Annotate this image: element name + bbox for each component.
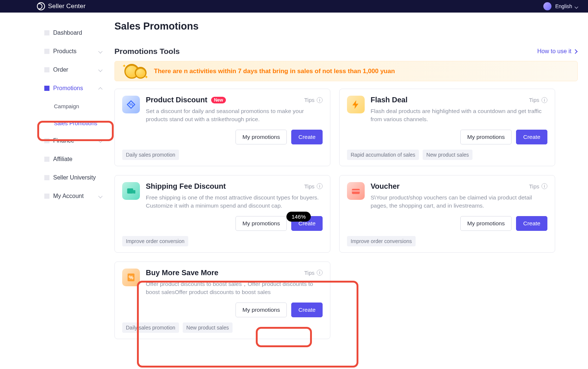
sidebar-label: Order — [53, 66, 68, 73]
tips-label: Tips — [304, 270, 314, 276]
svg-text:%: % — [129, 102, 133, 107]
sidebar-item-promotions[interactable]: Promotions — [0, 79, 114, 98]
promo-banner: ✦ ✦ There are n activities within 7 days… — [114, 61, 578, 81]
chevron-down-icon — [98, 139, 102, 143]
card-title: Product Discount — [146, 96, 207, 104]
section-title: Promotions Tools — [114, 47, 180, 56]
sidebar-item-order[interactable]: Order — [0, 61, 114, 79]
square-icon — [44, 175, 49, 180]
square-icon — [44, 157, 49, 162]
tag-chip: Improve order conversion — [122, 236, 188, 246]
create-button[interactable]: Create — [291, 130, 323, 144]
svg-rect-3 — [352, 189, 360, 194]
sidebar-label: Finance — [53, 137, 74, 144]
sidebar: Dashboard Products Order Promotions Camp… — [0, 13, 114, 354]
card-description: Free shipping is one of the most attract… — [146, 194, 323, 210]
language-label: English — [555, 3, 572, 9]
card-description: Flash deal products are highlighted with… — [371, 107, 547, 124]
how-to-label: How to use it — [537, 48, 571, 55]
square-icon — [44, 194, 49, 199]
tag-chip: New product sales — [423, 150, 472, 160]
info-icon: i — [541, 97, 547, 103]
tips-label: Tips — [529, 97, 539, 103]
tips-link[interactable]: Tips i — [529, 183, 547, 189]
card-title: Buy More Save More — [146, 269, 219, 277]
brand: Seller Center — [37, 2, 86, 10]
user-avatar-icon[interactable] — [543, 2, 551, 10]
chevron-down-icon — [98, 68, 102, 72]
sidebar-label: Dashboard — [53, 30, 82, 36]
brand-logo-icon — [37, 2, 45, 10]
banner-text: There are n activities within 7 days tha… — [154, 68, 395, 75]
topbar-right: English — [543, 2, 578, 10]
my-promotions-button[interactable]: My promotions — [235, 216, 287, 231]
sidebar-item-products[interactable]: Products — [0, 42, 114, 61]
top-bar: Seller Center English — [0, 0, 588, 13]
chevron-up-icon — [98, 87, 102, 91]
svg-rect-2 — [133, 190, 135, 194]
how-to-use-link[interactable]: How to use it — [537, 48, 577, 55]
svg-text:%: % — [129, 274, 134, 280]
card-description: Offer product discounts to boost sales，O… — [146, 280, 323, 297]
sidebar-sub-campaign[interactable]: Campaign — [0, 98, 114, 115]
tips-link[interactable]: Tips i — [304, 270, 323, 276]
sidebar-label: Products — [53, 48, 76, 55]
my-promotions-button[interactable]: My promotions — [235, 130, 287, 144]
tag-chip: Improve order conversions — [347, 236, 416, 246]
square-icon — [44, 86, 49, 91]
tips-link[interactable]: Tips i — [529, 97, 547, 103]
sidebar-label: Promotions — [53, 85, 83, 92]
sidebar-label: Seller University — [53, 174, 96, 181]
my-promotions-button[interactable]: My promotions — [235, 303, 287, 317]
sidebar-item-finance[interactable]: Finance — [0, 131, 114, 150]
tips-link[interactable]: Tips i — [304, 97, 323, 103]
tips-label: Tips — [529, 183, 539, 189]
sidebar-sub-sales-promotions[interactable]: Sales Promotions — [0, 115, 114, 131]
create-button[interactable]: Create — [291, 303, 323, 317]
page-title: Sales Promotions — [114, 21, 578, 32]
chevron-down-icon — [98, 49, 102, 53]
chevron-down-icon — [574, 3, 578, 9]
svg-rect-4 — [352, 191, 360, 191]
sidebar-item-affiliate[interactable]: Affiliate — [0, 150, 114, 168]
shipping-icon — [122, 182, 140, 200]
tips-link[interactable]: Tips i — [304, 183, 323, 189]
sidebar-item-dashboard[interactable]: Dashboard — [0, 24, 114, 42]
percent-tag-icon: % — [122, 269, 140, 286]
card-voucher: Voucher Tips i S\Your product/shop vouch… — [339, 175, 555, 253]
sidebar-item-seller-university[interactable]: Seller University — [0, 168, 114, 187]
card-description: Set a discount for daily and seasonal pr… — [146, 107, 323, 124]
sidebar-label: My Account — [53, 193, 84, 199]
sidebar-label: Affiliate — [53, 156, 72, 163]
info-icon: i — [317, 270, 323, 276]
tag-chip: Daily sales promotion — [122, 322, 179, 333]
new-badge: New — [211, 97, 226, 103]
info-icon: i — [317, 97, 323, 103]
square-icon — [44, 67, 49, 72]
card-product-discount: % Product Discount New Tips i — [114, 89, 330, 166]
chevron-down-icon — [98, 194, 102, 198]
card-flash-deal: Flash Deal Tips i Flash deal products ar… — [339, 89, 555, 166]
card-title: Voucher — [371, 182, 400, 191]
create-button[interactable]: Create — [516, 130, 547, 144]
info-icon: i — [541, 183, 547, 189]
discount-icon: % — [122, 96, 140, 113]
language-selector[interactable]: English — [555, 3, 578, 9]
coins-icon: ✦ ✦ — [122, 63, 148, 79]
voucher-icon — [347, 182, 365, 200]
my-promotions-button[interactable]: My promotions — [460, 216, 512, 231]
tag-chip: Daily sales promotion — [122, 150, 179, 160]
square-icon — [44, 49, 49, 54]
tips-label: Tips — [304, 183, 314, 189]
create-button[interactable]: Create — [516, 216, 547, 231]
tag-chip: Rapid accumulation of sales — [347, 150, 419, 160]
main-content: Sales Promotions Promotions Tools How to… — [114, 13, 588, 354]
square-icon — [44, 138, 49, 143]
tips-label: Tips — [304, 97, 314, 103]
sidebar-item-my-account[interactable]: My Account — [0, 187, 114, 205]
square-icon — [44, 30, 49, 35]
zoom-indicator: 146% — [286, 212, 311, 222]
svg-rect-1 — [127, 188, 133, 194]
card-title: Flash Deal — [371, 96, 408, 104]
my-promotions-button[interactable]: My promotions — [460, 130, 512, 144]
